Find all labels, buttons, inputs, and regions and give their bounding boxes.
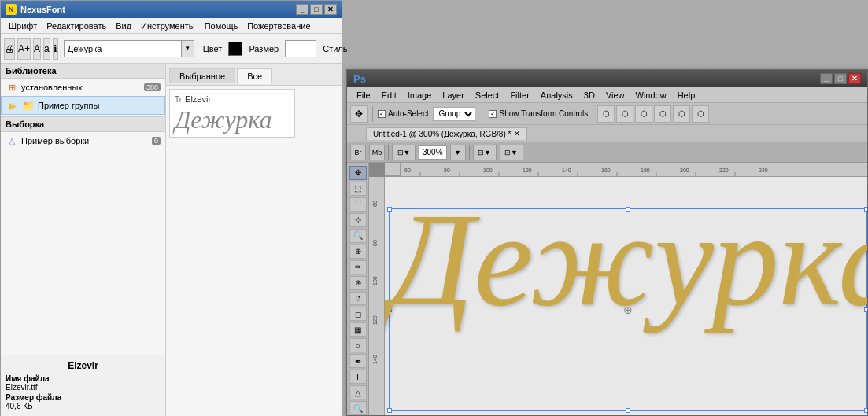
align-top-button[interactable]: ⬡ — [654, 105, 671, 123]
ps-menu-analysis[interactable]: Analysis — [536, 89, 578, 101]
ps-tab-close[interactable]: ✕ — [514, 130, 520, 138]
open-folder-icon: 📁 — [22, 99, 35, 112]
ps-brush-tool[interactable]: ✏ — [349, 260, 367, 274]
ps-zoom-tool[interactable]: 🔍 — [349, 401, 367, 415]
ps-workspace-btn[interactable]: ⊟▼ — [473, 145, 497, 160]
ps-menu-edit[interactable]: Edit — [377, 89, 401, 101]
align-middle-button[interactable]: ⬡ — [673, 105, 690, 123]
auto-select-checkbox[interactable]: ✓ — [378, 110, 386, 118]
ruler-horizontal: 60 80 100 120 140 160 180 — [385, 163, 867, 177]
close-button[interactable]: ✕ — [324, 4, 337, 15]
menu-view[interactable]: Вид — [111, 20, 136, 32]
menu-help[interactable]: Помощь — [200, 20, 243, 32]
ps-title-bar: Ps _ □ ✕ — [347, 70, 867, 87]
ps-eraser-tool[interactable]: ◻ — [349, 307, 367, 321]
ps-document-tab[interactable]: Untitled-1 @ 300% (Дежурка, RGB/8) * ✕ — [366, 127, 527, 140]
ps-gradient-tool[interactable]: ▦ — [349, 322, 367, 337]
ps-zoom-dropdown[interactable]: ▼ — [450, 145, 466, 160]
ps-zoom-in-button[interactable]: Br — [350, 145, 366, 160]
ps-menu-view[interactable]: View — [601, 89, 630, 101]
show-transform-checkbox[interactable]: ✓ — [489, 110, 497, 118]
sample-icon: △ — [6, 134, 18, 147]
ps-menu-help[interactable]: Help — [673, 89, 700, 101]
align-left-button[interactable]: ⬡ — [597, 105, 615, 123]
info-button[interactable]: ℹ — [53, 38, 58, 60]
maximize-button[interactable]: □ — [310, 4, 323, 15]
ps-panel-btn[interactable]: ⊟▼ — [500, 145, 523, 160]
ps-lasso-tool[interactable]: ⌒ — [349, 197, 367, 212]
folder-icon: ▶ — [6, 99, 19, 112]
show-transform-label: Show Transform Controls — [499, 109, 588, 118]
ruler-vertical: 60 80 100 120 140 — [369, 177, 385, 415]
search-dropdown[interactable]: ▼ — [182, 40, 194, 57]
menu-tools[interactable]: Инструменты — [136, 20, 200, 32]
sidebar-footer: Elzevir Имя файла Elzevir.ttf Размер фай… — [1, 355, 165, 416]
search-input[interactable] — [64, 40, 182, 57]
auto-select-dropdown[interactable]: Group — [433, 107, 475, 121]
sidebar-item-sample[interactable]: △ Пример выборки 0 — [1, 132, 165, 149]
transform-handle-bl[interactable] — [387, 408, 392, 413]
ps-heal-tool[interactable]: ⊕ — [349, 245, 367, 259]
svg-text:80: 80 — [372, 240, 378, 246]
ps-type-tool[interactable]: T — [349, 370, 367, 384]
align-bottom-button[interactable]: ⬡ — [692, 105, 709, 123]
ps-menu-select[interactable]: Select — [471, 89, 504, 101]
sample-count: 0 — [152, 137, 161, 145]
ps-crop-tool[interactable]: ⊹ — [349, 213, 367, 227]
ps-mini-bridge-button[interactable]: Mb — [369, 145, 385, 160]
font-sample-button[interactable]: A — [33, 38, 41, 60]
ps-menu-3d[interactable]: 3D — [579, 89, 600, 101]
align-right-button[interactable]: ⬡ — [635, 105, 652, 123]
minimize-button[interactable]: _ — [296, 4, 308, 15]
menu-donate[interactable]: Пожертвование — [242, 20, 315, 32]
ps-dodge-tool[interactable]: ○ — [349, 338, 367, 352]
ps-move-tool-option[interactable]: ✥ — [350, 105, 368, 123]
svg-text:120: 120 — [372, 315, 378, 325]
ps-pen-tool[interactable]: ✒ — [349, 354, 367, 368]
ps-zoom-display[interactable]: 300% — [419, 145, 447, 160]
ps-minimize-button[interactable]: _ — [820, 73, 833, 84]
vyborka-section-title: Выборка — [1, 116, 165, 132]
menu-edit[interactable]: Редактировать — [42, 20, 111, 32]
ps-menu-image[interactable]: Image — [403, 89, 437, 101]
ps-maximize-button[interactable]: □ — [834, 73, 847, 84]
sidebar-item-group[interactable]: ▶ 📁 Пример группы — [1, 96, 165, 115]
ps-clone-tool[interactable]: ⊛ — [349, 276, 367, 290]
ps-title-controls: _ □ ✕ — [820, 73, 861, 84]
color-picker[interactable] — [228, 42, 242, 56]
footer-file-value: Elzevir.ttf — [6, 383, 161, 392]
tabs-bar: Выбранное Все — [166, 64, 342, 86]
transform-handle-br[interactable] — [864, 408, 867, 413]
ps-close-button[interactable]: ✕ — [848, 73, 861, 84]
align-center-button[interactable]: ⬡ — [616, 105, 633, 123]
footer-size-value: 40,6 КБ — [6, 402, 161, 410]
svg-text:120: 120 — [523, 168, 532, 173]
ps-move-tool[interactable]: ✥ — [349, 166, 367, 180]
ps-menu-window[interactable]: Window — [631, 89, 671, 101]
rename-button[interactable]: a — [43, 38, 50, 60]
font-card[interactable]: Tr Elzevir Дежурка — [169, 89, 295, 138]
ps-canvas-area[interactable]: 60 80 100 120 140 160 180 — [369, 163, 867, 415]
separator2 — [482, 106, 482, 122]
ps-menu-layer[interactable]: Layer — [438, 89, 469, 101]
ps-eyedropper-tool[interactable]: 🔍 — [349, 229, 367, 243]
size-label: Размер — [249, 44, 279, 53]
sidebar-item-installed[interactable]: ⊞ установленных 388 — [1, 79, 165, 96]
svg-text:140: 140 — [372, 355, 378, 364]
ps-path-tool[interactable]: △ — [349, 385, 367, 399]
sample-label: Пример выборки — [21, 136, 89, 145]
tab-selected[interactable]: Выбранное — [169, 68, 235, 83]
ps-menu-file[interactable]: File — [352, 89, 375, 101]
ps-select-tool[interactable]: ⬚ — [349, 182, 367, 196]
ps-history-brush[interactable]: ↺ — [349, 292, 367, 306]
tab-all[interactable]: Все — [237, 68, 272, 84]
transform-handle-bm[interactable] — [626, 408, 630, 413]
add-font-button[interactable]: A+ — [17, 38, 31, 60]
color-label: Цвет — [203, 44, 223, 53]
size-input[interactable] — [285, 40, 316, 57]
ps-arrange-button[interactable]: ⊟▼ — [392, 145, 416, 160]
ps-menu-filter[interactable]: Filter — [505, 89, 534, 101]
print-button[interactable]: 🖨 — [4, 38, 15, 60]
font-card-name-label: Elzevir — [185, 94, 211, 104]
menu-font[interactable]: Шрифт — [4, 20, 42, 32]
